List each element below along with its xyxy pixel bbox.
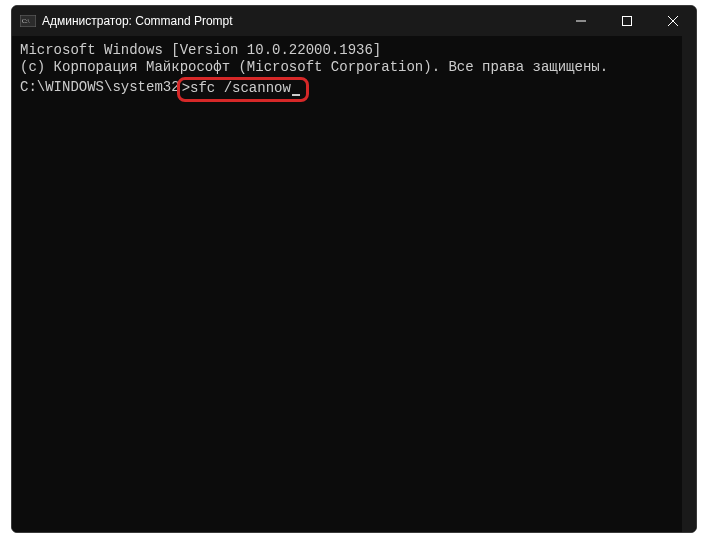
terminal-line-copyright: (c) Корпорация Майкрософт (Microsoft Cor… bbox=[20, 59, 688, 76]
close-button[interactable] bbox=[650, 6, 696, 36]
terminal-line-version: Microsoft Windows [Version 10.0.22000.19… bbox=[20, 42, 688, 59]
typed-command: >sfc /scannow bbox=[182, 80, 291, 96]
prompt-path: C:\WINDOWS\system32 bbox=[20, 79, 180, 95]
svg-text:C:\: C:\ bbox=[22, 18, 30, 24]
text-cursor bbox=[292, 94, 300, 96]
terminal-prompt-line: C:\WINDOWS\system32>sfc /scannow bbox=[20, 76, 688, 101]
vertical-scrollbar[interactable] bbox=[682, 36, 696, 532]
command-highlight: >sfc /scannow bbox=[177, 77, 309, 102]
terminal-output[interactable]: Microsoft Windows [Version 10.0.22000.19… bbox=[12, 36, 696, 532]
window-title: Администратор: Command Prompt bbox=[42, 14, 233, 28]
titlebar[interactable]: C:\ Администратор: Command Prompt bbox=[12, 6, 696, 36]
scrollbar-thumb[interactable] bbox=[684, 38, 694, 533]
window-controls bbox=[558, 6, 696, 36]
command-prompt-window: C:\ Администратор: Command Prompt bbox=[11, 5, 697, 533]
minimize-button[interactable] bbox=[558, 6, 604, 36]
maximize-button[interactable] bbox=[604, 6, 650, 36]
svg-rect-3 bbox=[623, 17, 632, 26]
titlebar-left: C:\ Администратор: Command Prompt bbox=[12, 14, 233, 28]
cmd-icon: C:\ bbox=[20, 14, 36, 28]
